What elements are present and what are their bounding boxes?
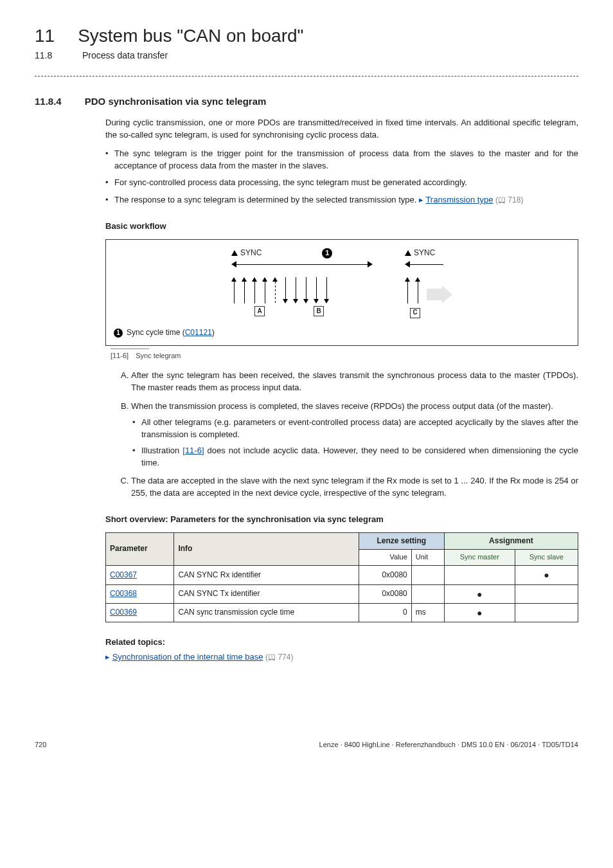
bullet-item: The sync telegram is the trigger point f… [105, 148, 578, 172]
sync-label: SYNC [240, 248, 262, 258]
cell-slave [515, 584, 578, 603]
sync-diagram: SYNC 1 [105, 239, 578, 346]
diagram-box-b: B [314, 306, 324, 316]
triangle-up-icon [405, 250, 411, 256]
param-link[interactable]: C00367 [110, 570, 137, 579]
table-row: C00369 CAN sync transmission cycle time … [106, 603, 578, 622]
arrow-right-icon [427, 285, 452, 303]
circled-number-icon: 1 [322, 248, 332, 258]
cell-slave: ● [515, 566, 578, 584]
page-reference: (🕮 774) [265, 653, 293, 662]
table-row: C00368 CAN SYNC Tx identifier 0x0080 ● [106, 584, 578, 603]
triangle-up-icon [231, 250, 238, 256]
step-b-sub1: All other telegrams (e.g. parameters or … [132, 417, 578, 441]
step-b-sub2: Illustration [11-6] does not include acy… [132, 445, 578, 469]
step-c: The data are accepted in the slave with … [131, 475, 578, 500]
header-section-title: Process data transfer [82, 50, 168, 60]
cell-master: ● [444, 584, 515, 603]
cell-value: 0 [359, 603, 411, 622]
col-assignment: Assignment [444, 532, 578, 549]
circled-number-icon: 1 [114, 329, 123, 338]
figure-number: [11-6] [111, 352, 129, 359]
table-row: C00367 CAN SYNC Rx identifier 0x0080 ● [106, 566, 578, 584]
header-section-number: 11.8 [35, 50, 59, 60]
param-link[interactable]: C00369 [110, 608, 137, 617]
cell-info: CAN SYNC Tx identifier [174, 584, 359, 603]
cell-master: ● [444, 603, 515, 622]
section-title: PDO synchronisation via sync telegram [85, 96, 267, 107]
bullet-item: The response to a sync telegram is deter… [105, 194, 578, 206]
subcol-value: Value [359, 550, 411, 566]
cell-value: 0x0080 [359, 566, 411, 584]
page-reference: (🕮 718) [495, 195, 523, 204]
cell-unit [411, 566, 444, 584]
diagram-box-c: C [410, 308, 420, 318]
cell-slave [515, 603, 578, 622]
col-info: Info [174, 532, 359, 565]
bullet-text: The response to a sync telegram is deter… [114, 195, 419, 204]
step-a: After the sync telegram has been receive… [131, 370, 578, 394]
intro-paragraph: During cyclic transmission, one or more … [105, 117, 578, 141]
subcol-master: Sync master [444, 550, 515, 566]
subcol-unit: Unit [411, 550, 444, 566]
right-arrow-icon: ▸ [419, 195, 425, 204]
bullet-item: For sync-controlled process data process… [105, 177, 578, 189]
parameter-table: Parameter Info Lenze setting Assignment … [105, 532, 578, 622]
related-topic-link[interactable]: Synchronisation of the internal time bas… [112, 652, 263, 662]
step-b: When the transmission process is complet… [131, 401, 578, 469]
cell-info: CAN SYNC Rx identifier [174, 566, 359, 584]
subcol-slave: Sync slave [515, 550, 578, 566]
right-arrow-icon: ▸ [105, 652, 112, 662]
param-link[interactable]: C00368 [110, 589, 137, 598]
figure-caption: Sync telegram [136, 352, 181, 359]
legend-link[interactable]: C01121 [185, 328, 212, 337]
col-parameter: Parameter [106, 532, 174, 565]
illustration-ref-link[interactable]: [11-6] [182, 446, 204, 455]
legend-text: Sync cycle time ( [127, 328, 185, 337]
col-lenze: Lenze setting [359, 532, 444, 549]
param-table-heading: Short overview: Parameters for the synch… [105, 514, 578, 526]
cell-unit: ms [411, 603, 444, 622]
chapter-number: 11 [35, 26, 55, 46]
cell-info: CAN sync transmission cycle time [174, 603, 359, 622]
cell-value: 0x0080 [359, 584, 411, 603]
page-number: 720 [35, 741, 46, 748]
cell-unit [411, 584, 444, 603]
diagram-box-a: A [254, 306, 265, 316]
footer-info: Lenze · 8400 HighLine · Referenzhandbuch… [319, 741, 578, 748]
sync-label: SYNC [414, 248, 435, 258]
cell-master [444, 566, 515, 584]
related-heading: Related topics: [105, 637, 578, 649]
chapter-title: System bus "CAN on board" [78, 26, 303, 46]
divider [35, 76, 578, 77]
section-number: 11.8.4 [35, 96, 62, 107]
workflow-heading: Basic workflow [105, 221, 578, 233]
transmission-type-link[interactable]: Transmission type [425, 195, 493, 204]
legend-text: ) [212, 328, 215, 337]
